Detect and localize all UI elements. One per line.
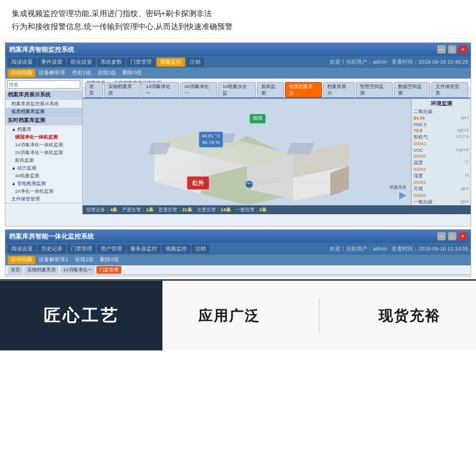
navtab2-device[interactable]: 设备解析库1 [36, 256, 71, 264]
screen1: 档案库房智能监控系统 — □ × 阅读设置 事件设置 防化设置 系统参数 门禁管… [5, 42, 471, 227]
minimize-button-2[interactable]: — [437, 232, 446, 240]
sidebar-sub-ir[interactable]: 调湿净化一体机监测 [5, 133, 82, 141]
navtab-auto[interactable]: 自动拍频 [8, 69, 35, 77]
svg-rect-13 [287, 143, 314, 154]
screen2-ctab-door[interactable]: 门监管理 [96, 266, 121, 274]
topbar2-video[interactable]: 视频监控 [162, 245, 190, 253]
navtab2-auto[interactable]: 自动拍频 [8, 256, 35, 264]
ctab-clean2[interactable]: 2#消毒净化一 [180, 82, 217, 98]
app-topbar-2: 阅读设置 历史记录 门禁管理 用户管理 服务器监控 视频监控 注销 欢迎！当前用… [5, 243, 471, 255]
topbar-btn-system[interactable]: 系统参数 [97, 58, 126, 67]
promo-left: 匠心工艺 [0, 281, 162, 350]
ctab-smart[interactable]: 智慧空间监测 [356, 82, 393, 98]
sidebar-item-power[interactable]: ▲ 动力监测 [5, 164, 82, 172]
topbar2-history[interactable]: 历史记录 [37, 245, 66, 253]
minimize-button[interactable]: — [437, 45, 446, 54]
close-button[interactable]: × [459, 45, 467, 54]
close-button-2[interactable]: × [459, 232, 467, 240]
ctab-lowq[interactable]: 低质档案库房 [285, 82, 322, 98]
sidebar-item-elec2[interactable]: ▲ 安电检测监测 [5, 180, 82, 187]
navtab-color[interactable]: 色彩1值 [69, 69, 94, 77]
panel-row-humidity: 湿度 % [414, 173, 469, 179]
screen2-ctab-home[interactable]: 首页 [8, 266, 23, 274]
topbar-btn-settings[interactable]: 阅读设置 [8, 58, 36, 67]
alert-section: 报警设备：4条 严重告警：1条 普通告警：21条 次要告警：14条 一般告警：2… [83, 205, 471, 214]
promo-right: 应用广泛 现货充裕 [162, 281, 476, 350]
search-input[interactable] [7, 80, 80, 89]
ctab-data[interactable]: 数据空间监测 [394, 82, 431, 98]
sidebar-sub-elec[interactable]: 3#电量监测 [5, 172, 82, 180]
svg-text:📷: 📷 [247, 183, 252, 187]
topbar-btn-defense[interactable]: 防化设置 [67, 58, 96, 67]
win-controls-1[interactable]: — □ × [437, 45, 467, 54]
topbar2-settings[interactable]: 阅读设置 [8, 245, 36, 253]
screen2-content-tabs: 首页 实物档案库房 1#消毒净化一 门监管理 [5, 265, 471, 275]
ctab-clean1[interactable]: 1#消毒净化一 [142, 82, 178, 98]
alert-label-general: 一般告警：2条 [236, 206, 267, 213]
topbar-btn-logout[interactable]: 注销 [186, 58, 204, 67]
app-navrow-1: 自动拍频 设备解析库 色彩1值 在线1值 删除0值 [5, 68, 471, 79]
sidebar-sub-clean1[interactable]: 1#消毒净化一体机监测 [5, 141, 82, 149]
sidebar-sub-newair[interactable]: 新风监测 [5, 156, 82, 164]
sidebar-item-lowq[interactable]: 低质档案库监测 [5, 108, 82, 115]
sidebar-sub-purify[interactable]: 1#净化一体机监测 [5, 187, 82, 195]
promo-item-text-1: 应用广泛 [198, 306, 260, 325]
topbar2-logout[interactable]: 注销 [192, 245, 209, 253]
promo-item-2: 现货充裕 [378, 306, 440, 325]
alert-label-normal: 普通告警：21条 [158, 206, 192, 213]
app-main-1: 档案库房展示系统 档案库房监控展示系统 低质档案库监测 实时档案库监测 ▲ 档案… [5, 79, 471, 214]
badge-infrared: 红外 [187, 176, 209, 190]
sidebar-group-title-1: 档案库房展示系统 [5, 90, 82, 100]
ctab-display[interactable]: 档案库展示 [323, 82, 355, 98]
top-text-line2: 行为和接收报警信息,统一传输到管理中心,从而达到快速准确预警 [12, 20, 464, 33]
floorplan-container: 📷 44.61 °C 92.76 % 红外 烟感 ▶ 档 [83, 99, 471, 205]
topbar2-user[interactable]: 用户管理 [97, 245, 126, 253]
navtab-delete[interactable]: 删除0值 [120, 69, 145, 77]
sidebar-item-realtime[interactable]: ▲ 档案库 [5, 126, 82, 133]
promo-item-text-2: 现货充裕 [378, 306, 440, 325]
win-title-2: 档案库房智能一体化监控系统 [9, 232, 94, 241]
topbar-btn-video[interactable]: 视频监控 [156, 58, 185, 67]
topbar-btn-events[interactable]: 事件设置 [37, 58, 66, 67]
topbar2-server[interactable]: 服务器监控 [127, 245, 161, 253]
panel-row-visible: 可视 ppm [414, 186, 469, 192]
panel-row-voc-label: 有机气 VOC% [414, 134, 469, 140]
promo-item-1: 应用广泛 [198, 306, 260, 325]
screen2-ctab-clean[interactable]: 1#消毒净化一 [60, 266, 95, 274]
panel-row-temp: 温度 °C [414, 160, 469, 166]
win-controls-2[interactable]: — □ × [437, 232, 467, 240]
panel-row-pm25: PM2.5 [414, 122, 469, 127]
topbar-btn-door[interactable]: 门禁管理 [127, 58, 155, 67]
panel-row-voc2: VOC mg/m3 [414, 148, 469, 153]
sidebar-item-file[interactable]: 文件保管管理 [5, 195, 82, 203]
ctab-archive[interactable]: 实物档案库房 [104, 82, 141, 98]
content-area-1: 档案库房 >> 低质档案库房环境监测 首页 实物档案库房 1#消毒净化一 2#消… [83, 79, 471, 214]
floorplan-main: 📷 44.61 °C 92.76 % 红外 烟感 ▶ 档 [83, 99, 411, 205]
floorplan-nav-label: 档案库房 [390, 184, 406, 190]
sidebar-group-title-2: 实时档案库监测 [5, 116, 82, 126]
navtab2-online[interactable]: 在线1值 [72, 256, 97, 264]
navtab-online[interactable]: 在线1值 [95, 69, 120, 77]
floorplan-nav-button[interactable]: ▶ [399, 189, 406, 201]
ctab-elec[interactable]: 1#电量水分监 [218, 82, 255, 98]
app-navrow-2: 自动拍频 设备解析库1 在线1值 删除0值 [5, 255, 471, 265]
maximize-button-2[interactable]: □ [448, 232, 456, 240]
topbar2-door[interactable]: 门禁管理 [67, 245, 96, 253]
ctab-file[interactable]: 文件保管室库 [431, 82, 468, 98]
badge-temp-humidity: 44.61 °C 92.76 % [199, 131, 223, 148]
ctab-newair[interactable]: 新风监测 [257, 82, 284, 98]
sidebar-item-display[interactable]: 档案库房监控展示系统 [5, 100, 82, 108]
maximize-button[interactable]: □ [448, 45, 456, 54]
right-panel: 环境监测 二氧化碳 84.34 ppm PM2.5 79.8 μg/m3 [411, 99, 471, 205]
navtab2-delete[interactable]: 删除0值 [97, 256, 122, 264]
content-tabs-1: 首页 实物档案库房 1#消毒净化一 2#消毒净化一 1#电量水分监 新风监测 低… [83, 88, 471, 99]
sidebar-group-2: 实时档案库监测 ▲ 档案库 调湿净化一体机监测 1#消毒净化一体机监测 2#消毒… [5, 116, 82, 203]
sidebar-group-1: 档案库房展示系统 档案库房监控展示系统 低质档案库监测 [5, 90, 82, 116]
ctab-home[interactable]: 首页 [85, 82, 103, 98]
topbar2-info: 欢迎！当前用户：admin 查看时间：2018-09-10 11:14:55 [330, 245, 468, 253]
topbar-info: 欢迎！当前用户：admin 查看时间：2018-09-10 10:49:25 [330, 58, 468, 66]
screen2-ctab-archive[interactable]: 实物档案库房 [24, 266, 59, 274]
win-titlebar-2: 档案库房智能一体化监控系统 — □ × [5, 230, 471, 243]
sidebar-sub-clean2[interactable]: 2#消毒净化一体机监测 [5, 149, 82, 156]
navtab-device[interactable]: 设备解析库 [36, 69, 68, 77]
